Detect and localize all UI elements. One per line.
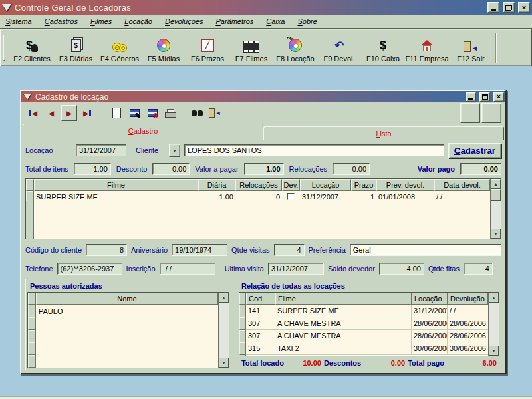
close-icon: × xyxy=(522,4,526,11)
menu-cadastros[interactable]: Cadastros xyxy=(45,17,78,25)
saldo-devedor-label: Saldo devedor xyxy=(328,265,375,273)
tab-cadastro[interactable]: Cadastro xyxy=(23,124,263,140)
toolbar-f11-empresa[interactable]: F11 Empresa xyxy=(405,31,449,65)
cliente-name-field[interactable]: LOPES DOS SANTOS xyxy=(184,144,444,156)
locacao-date-field[interactable]: 31/12/2007 xyxy=(76,144,126,156)
relocacoes-label: Relocações xyxy=(289,165,327,173)
toolbar-f12-sair[interactable]: ◄ F12 Sair xyxy=(449,31,493,65)
window-logo-icon xyxy=(23,94,31,100)
aniversario-field: 19/10/1974 xyxy=(172,244,227,256)
table-row[interactable]: 307 A CHAVE MESTRA 28/06/2006 28/06/2006 xyxy=(246,330,488,342)
col-devolucao: Devolução xyxy=(448,293,488,305)
pessoas-autorizadas-panel: Pessoas autorizadas Nome xyxy=(25,279,231,370)
table-row[interactable]: 315 TAXI 2 30/06/2006 30/06/2006 xyxy=(246,342,488,355)
close-button[interactable]: × xyxy=(518,2,530,13)
qtde-visitas-label: Qtde visitas xyxy=(231,246,269,254)
telefone-label: Telefone xyxy=(25,265,53,273)
cliente-dropdown-button[interactable]: ▼ xyxy=(169,144,180,157)
window-minimize-button[interactable] xyxy=(466,92,476,102)
restore-icon xyxy=(505,5,512,11)
arrow-down-icon: ▼ xyxy=(491,348,496,353)
binoculars-icon xyxy=(192,110,203,116)
scroll-up-button[interactable]: ▲ xyxy=(219,293,229,303)
scroll-down-button[interactable]: ▼ xyxy=(219,358,229,368)
cadastro-tab-page: Locação 31/12/2007 Cliente ▼ LOPES DOS S… xyxy=(21,140,505,373)
cadastrar-button[interactable]: Cadastrar xyxy=(448,143,501,158)
col-relocacoes: Relocações xyxy=(235,179,282,191)
toolbar-f10-caixa[interactable]: $ F10 Caixa xyxy=(361,31,405,65)
total-itens-label: Total de itens xyxy=(25,165,68,173)
toolbar-f4-generos[interactable]: ☺☺ F4 Géneros xyxy=(98,31,142,65)
window-close-button[interactable]: × xyxy=(493,92,504,102)
toolbar-f3-diarias[interactable]: $ F3 Diárias xyxy=(54,31,98,65)
first-record-button[interactable]: ◀ xyxy=(25,105,41,121)
menu-locacao[interactable]: Locação xyxy=(124,17,152,25)
scroll-down-button[interactable]: ▼ xyxy=(489,346,499,356)
codigo-cliente-field: 8 xyxy=(86,244,127,256)
arrow-down-icon: ▼ xyxy=(493,231,498,236)
menu-sobre[interactable]: Sobre xyxy=(297,17,317,25)
table-row[interactable]: 307 A CHAVE MESTRA 28/06/2006 28/06/2006 xyxy=(246,317,488,330)
toolbar-separator xyxy=(495,33,497,63)
restore-button[interactable] xyxy=(503,2,515,13)
pessoas-panel-title: Pessoas autorizadas xyxy=(27,281,229,292)
house-icon xyxy=(420,35,434,52)
menu-devolucoes[interactable]: Devoluções xyxy=(165,17,203,25)
window-maximize-button[interactable] xyxy=(479,92,490,102)
cd-rent-icon: ↷ xyxy=(289,35,302,52)
locacao-label: Locação xyxy=(25,146,72,154)
total-locado-label: Total locado xyxy=(241,359,284,367)
window-titlebar: Cadastro de locação × xyxy=(21,91,505,102)
menu-filmes[interactable]: Filmes xyxy=(90,17,112,25)
toolbar-f6-prazos[interactable]: ╱ F6 Prazos xyxy=(186,31,229,65)
list-item[interactable]: PAULO xyxy=(36,305,218,317)
minimize-button[interactable] xyxy=(487,2,499,13)
menu-caixa[interactable]: Caixa xyxy=(266,17,285,25)
col-locacao: Locação xyxy=(300,179,351,191)
items-grid: Filme Diária Relocações Dev. Locação Pra… xyxy=(25,178,501,239)
tab-lista[interactable]: Lista xyxy=(263,126,504,140)
scroll-up-button[interactable]: ▲ xyxy=(489,293,499,303)
col-filme: Filme xyxy=(275,293,412,305)
items-grid-scrollbar[interactable]: ▲ ▼ xyxy=(490,179,501,239)
inscricao-label: Inscrição xyxy=(126,265,156,273)
next-record-button[interactable]: ▶ xyxy=(61,105,77,121)
toolbar-f9-devol[interactable]: ↶ F9 Devol. xyxy=(317,31,361,65)
last-record-button[interactable]: ▶ xyxy=(79,105,95,121)
dev-checkbox[interactable] xyxy=(287,193,295,200)
scroll-down-button[interactable]: ▼ xyxy=(491,229,501,239)
exit-button[interactable]: ◄ xyxy=(207,105,223,121)
menu-sistema[interactable]: Sistema xyxy=(5,17,32,25)
price-cards-icon: $ xyxy=(71,35,81,52)
total-pago-value: 6.00 xyxy=(447,359,497,367)
toolbar-f7-filmes[interactable]: F7 Filmes xyxy=(229,31,273,65)
toolbar-f5-midias[interactable]: F5 Mídias xyxy=(142,31,186,65)
arrow-up-icon: ▲ xyxy=(493,182,498,186)
locacoes-scrollbar[interactable]: ▲ ▼ xyxy=(488,293,499,356)
cadastro-locacao-window: Cadastro de locação × ◀ ◀ ▶ ▶ ✎ ✗ ◄ Cada… xyxy=(20,90,507,374)
minimize-icon xyxy=(468,98,473,100)
scrollbar-thumb[interactable] xyxy=(491,189,501,201)
search-button[interactable] xyxy=(189,105,205,121)
table-row[interactable]: 141 SURPER SIZE ME 31/12/2007 / / xyxy=(246,305,488,317)
maximize-icon xyxy=(482,94,488,100)
table-row[interactable]: SURPER SIZE ME 1.00 0 31/12/2007 1 01/01… xyxy=(34,191,490,202)
menu-parametros[interactable]: Parâmetros xyxy=(215,17,253,25)
scroll-up-button[interactable]: ▲ xyxy=(491,179,501,189)
toolbar-f8-locacao[interactable]: ↷ F8 Locação xyxy=(273,31,317,65)
delete-record-button[interactable]: ✗ xyxy=(144,105,160,121)
codigo-cliente-label: Código do cliente xyxy=(25,246,82,254)
filmstrip-icon xyxy=(244,35,259,52)
col-diaria: Diária xyxy=(198,179,235,191)
pessoas-scrollbar[interactable]: ▲ ▼ xyxy=(218,293,229,368)
new-record-button[interactable] xyxy=(108,105,124,121)
prev-record-button[interactable]: ◀ xyxy=(43,105,59,121)
arrow-up-icon: ▲ xyxy=(491,295,496,300)
valor-pago-field: 0.00 xyxy=(460,163,501,175)
edit-record-button[interactable]: ✎ xyxy=(126,105,142,121)
print-button[interactable] xyxy=(162,105,178,121)
descontos-label: Descontos xyxy=(324,359,361,367)
toolbar-f2-clientes[interactable]: $ F2 Clientes xyxy=(10,31,54,65)
telefone-field: (62)**3206-2937 xyxy=(57,263,122,275)
col-prazo: Prazo xyxy=(351,179,376,191)
